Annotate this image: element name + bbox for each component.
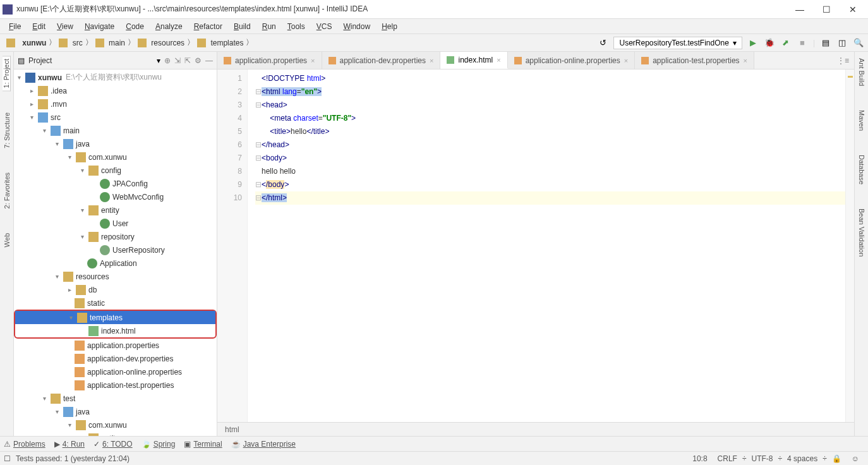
menu-analyze[interactable]: Analyze bbox=[150, 21, 188, 32]
rail-structure[interactable]: 7: Structure bbox=[3, 110, 11, 151]
menu-edit[interactable]: Edit bbox=[27, 21, 51, 32]
menu-navigate[interactable]: Navigate bbox=[80, 21, 119, 32]
sync-icon[interactable]: ↺ bbox=[597, 37, 608, 49]
tree-appdev[interactable]: application-dev.properties bbox=[14, 352, 217, 365]
menu-code[interactable]: Code bbox=[121, 21, 149, 32]
project-tree[interactable]: ▾xunwuE:\个人近期资料\求职\xunwu ▸.idea ▸.mvn ▾s… bbox=[14, 69, 217, 436]
line-number[interactable]: 1 bbox=[217, 72, 242, 85]
line-number[interactable]: 5 bbox=[217, 125, 242, 138]
bottom-tab-terminal[interactable]: ▣ Terminal bbox=[184, 440, 222, 449]
rail-maven[interactable]: Maven bbox=[858, 107, 865, 133]
inspector-icon[interactable]: ☺ bbox=[847, 454, 864, 463]
line-number[interactable]: 8 bbox=[217, 165, 242, 178]
tab-application-test-properties[interactable]: application-test.properties× bbox=[635, 52, 754, 69]
tree-webmvc[interactable]: WebMvcConfig bbox=[14, 190, 217, 203]
split-button[interactable]: ◫ bbox=[836, 37, 848, 49]
tree-entity[interactable]: ▾entity bbox=[14, 203, 217, 217]
menu-build[interactable]: Build bbox=[229, 21, 256, 32]
tree-mvn[interactable]: ▸.mvn bbox=[14, 97, 217, 111]
line-number[interactable]: 9 bbox=[217, 178, 242, 191]
tree-db[interactable]: ▸db bbox=[14, 283, 217, 296]
menu-refactor[interactable]: Refactor bbox=[189, 21, 227, 32]
run-config-selector[interactable]: UserRepositoryTest.testFindOne ▾ bbox=[613, 37, 742, 49]
bottom-tab-spring[interactable]: 🍃 Spring bbox=[142, 440, 176, 449]
breadcrumb-templates[interactable]: templates bbox=[195, 39, 246, 47]
rail-web[interactable]: Web bbox=[3, 231, 11, 250]
project-dropdown-icon[interactable]: ▤ bbox=[18, 56, 25, 65]
code-area[interactable]: 12345678910 <!DOCTYPE html> ⊟<html lang=… bbox=[217, 69, 854, 422]
tree-repository[interactable]: ▾repository bbox=[14, 230, 217, 243]
breadcrumb-src[interactable]: src bbox=[56, 39, 85, 47]
run-button[interactable]: ▶ bbox=[747, 37, 759, 49]
code-content[interactable]: <!DOCTYPE html> ⊟<html lang="en"> ⊟<head… bbox=[248, 69, 845, 422]
rail-database[interactable]: Database bbox=[858, 152, 865, 187]
tree-java[interactable]: ▾java bbox=[14, 137, 217, 150]
rail-ant[interactable]: Ant Build bbox=[858, 56, 865, 88]
tree-main[interactable]: ▾main bbox=[14, 124, 217, 137]
error-stripe[interactable] bbox=[845, 69, 854, 422]
tree-idea[interactable]: ▸.idea bbox=[14, 84, 217, 97]
tab-application-properties[interactable]: application.properties× bbox=[217, 52, 322, 69]
scroll-from-source-icon[interactable]: ⊕ bbox=[164, 56, 171, 65]
tree-apponline[interactable]: application-online.properties bbox=[14, 365, 217, 378]
search-button[interactable]: 🔍 bbox=[853, 37, 864, 49]
line-number[interactable]: 3 bbox=[217, 99, 242, 112]
sidebar-title[interactable]: Project bbox=[28, 56, 153, 65]
tree-resources[interactable]: ▾resources bbox=[14, 270, 217, 283]
tree-static[interactable]: static bbox=[14, 296, 217, 310]
tree-indexhtml[interactable]: index.html bbox=[15, 324, 215, 337]
status-caret[interactable]: 10:8 bbox=[687, 454, 712, 463]
hide-icon[interactable]: — bbox=[205, 56, 213, 65]
close-tab-icon[interactable]: × bbox=[497, 56, 500, 64]
bottom-tab-javaenterprise[interactable]: ☕ Java Enterprise bbox=[231, 440, 296, 449]
status-encoding[interactable]: UTF-8 bbox=[747, 454, 778, 463]
status-icon[interactable]: ☐ bbox=[4, 454, 11, 463]
tree-jpa[interactable]: JPAConfig bbox=[14, 177, 217, 190]
bottom-tab-problems[interactable]: ⚠ Problems bbox=[4, 440, 45, 449]
bottom-tab-run[interactable]: ▶ 4: Run bbox=[54, 440, 85, 449]
breadcrumb-xunwu[interactable]: xunwu bbox=[4, 39, 49, 47]
coverage-button[interactable]: ⬈ bbox=[780, 37, 792, 49]
close-tab-icon[interactable]: × bbox=[744, 57, 747, 64]
line-number[interactable]: 6 bbox=[217, 138, 242, 152]
tab-index-html[interactable]: index.html× bbox=[440, 52, 507, 69]
tree-user[interactable]: User bbox=[14, 217, 217, 230]
rail-bean[interactable]: Bean Validation bbox=[858, 206, 865, 259]
line-number[interactable]: 2 bbox=[217, 85, 242, 99]
tree-pkg[interactable]: ▾com.xunwu bbox=[14, 150, 217, 164]
collapse-all-icon[interactable]: ⇲ bbox=[174, 56, 181, 65]
close-tab-icon[interactable]: × bbox=[624, 57, 628, 64]
tree-root[interactable]: ▾xunwuE:\个人近期资料\求职\xunwu bbox=[14, 71, 217, 84]
tree-test[interactable]: ▾test bbox=[14, 392, 217, 405]
menu-view[interactable]: View bbox=[52, 21, 78, 32]
breadcrumb-resources[interactable]: resources bbox=[135, 39, 187, 47]
rail-project[interactable]: 1: Project bbox=[3, 56, 11, 91]
close-button[interactable]: ✕ bbox=[845, 4, 860, 15]
structure-button[interactable]: ▤ bbox=[820, 37, 831, 49]
breadcrumb-main[interactable]: main bbox=[93, 39, 128, 47]
chevron-down-icon[interactable]: ▾ bbox=[157, 56, 160, 65]
menu-run[interactable]: Run bbox=[257, 21, 281, 32]
close-tab-icon[interactable]: × bbox=[430, 57, 433, 64]
tree-src[interactable]: ▾src bbox=[14, 111, 217, 124]
menu-vcs[interactable]: VCS bbox=[311, 21, 337, 32]
bottom-tab-todo[interactable]: ✓ 6: TODO bbox=[93, 440, 133, 449]
expand-all-icon[interactable]: ⇱ bbox=[184, 56, 191, 65]
status-line-ending[interactable]: CRLF bbox=[713, 454, 742, 463]
tabs-overflow-icon[interactable]: ⋮≡ bbox=[832, 52, 854, 69]
menu-file[interactable]: File bbox=[4, 21, 26, 32]
rail-favorites[interactable]: 2: Favorites bbox=[3, 170, 11, 211]
settings-icon[interactable]: ⚙ bbox=[195, 56, 202, 65]
tree-application[interactable]: Application bbox=[14, 257, 217, 270]
warning-marker[interactable] bbox=[848, 76, 853, 78]
tree-templates[interactable]: ▾templates bbox=[15, 311, 215, 324]
debug-button[interactable]: 🐞 bbox=[764, 37, 775, 49]
close-tab-icon[interactable]: × bbox=[311, 57, 315, 64]
tab-application-online-properties[interactable]: application-online.properties× bbox=[508, 52, 636, 69]
line-number[interactable]: 4 bbox=[217, 112, 242, 125]
tree-userrepo[interactable]: UserRepository bbox=[14, 243, 217, 257]
tree-java2[interactable]: ▾java bbox=[14, 405, 217, 418]
lock-icon[interactable]: 🔒 bbox=[827, 454, 847, 463]
status-indent[interactable]: 4 spaces bbox=[782, 454, 823, 463]
stop-button[interactable]: ■ bbox=[797, 37, 808, 49]
